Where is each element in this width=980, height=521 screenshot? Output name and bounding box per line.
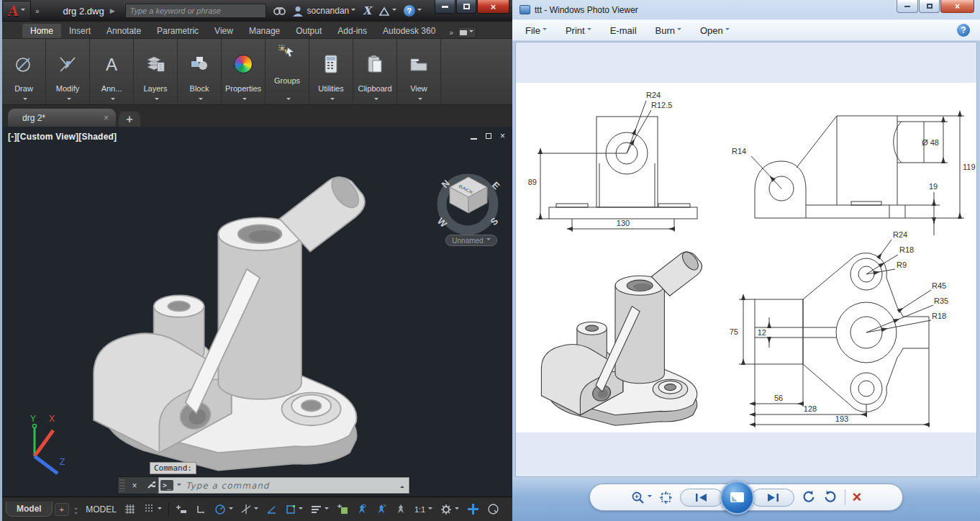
tab-close-icon[interactable]: × xyxy=(104,113,109,123)
chevron-down-icon[interactable] xyxy=(455,507,459,512)
snap-mode-toggle[interactable] xyxy=(141,501,165,518)
hardware-acceleration-plus-icon[interactable] xyxy=(464,501,482,518)
panel-layers[interactable]: Layers xyxy=(134,39,178,104)
model-viewport[interactable]: [-][Custom View][Shaded] × N E S W BACK … xyxy=(2,127,512,497)
ribbon-tab-manage[interactable]: Manage xyxy=(241,24,288,38)
chevron-down-icon[interactable] xyxy=(299,507,303,512)
command-prompt-icon[interactable]: >_ xyxy=(160,480,173,491)
quick-access-expand-icon[interactable]: » xyxy=(35,7,39,15)
ribbon-tab-output[interactable]: Output xyxy=(288,24,330,38)
panel-expand[interactable] xyxy=(178,95,221,104)
new-layout-button[interactable]: + xyxy=(55,503,69,516)
help-icon[interactable]: ? xyxy=(404,5,415,17)
ribbon-tab-view[interactable]: View xyxy=(207,24,241,38)
new-tab-button[interactable]: + xyxy=(119,112,140,127)
maximize-button[interactable] xyxy=(456,0,476,14)
panel-expand[interactable] xyxy=(2,95,45,104)
command-close-icon[interactable]: × xyxy=(127,477,142,494)
menu-email[interactable]: E-mail xyxy=(610,25,637,36)
viewport-restore-icon[interactable] xyxy=(486,133,491,139)
autodesk-360-icon[interactable] xyxy=(378,6,390,16)
ribbon-tab-insert[interactable]: Insert xyxy=(61,24,99,38)
ribbon-tab-parametric[interactable]: Parametric xyxy=(149,24,207,38)
command-history-expand[interactable] xyxy=(396,484,409,488)
panel-expand[interactable] xyxy=(90,95,133,104)
ribbon-display-button[interactable] xyxy=(458,27,476,38)
panel-block[interactable]: Block xyxy=(178,39,222,104)
annotation-visibility-toggle[interactable] xyxy=(353,501,371,518)
document-tab[interactable]: drg 2* × xyxy=(8,109,116,127)
close-button[interactable]: × xyxy=(477,0,509,14)
command-wrench-icon[interactable] xyxy=(142,477,158,494)
panel-expand[interactable] xyxy=(353,95,396,104)
menu-open[interactable]: Open xyxy=(700,25,730,36)
panel-modify[interactable]: Modify xyxy=(46,39,90,104)
panel-expand[interactable] xyxy=(309,95,353,104)
menu-print[interactable]: Print xyxy=(566,25,591,36)
signed-in-user[interactable]: socnandan xyxy=(307,6,350,16)
dynamic-input-toggle[interactable] xyxy=(173,501,190,518)
panel-groups[interactable]: Groups xyxy=(266,39,309,104)
chevron-down-icon[interactable] xyxy=(351,9,355,13)
ribbon-tab-home[interactable]: Home xyxy=(22,24,61,38)
chevron-down-icon[interactable] xyxy=(158,507,162,512)
play-slideshow-button[interactable] xyxy=(720,481,754,515)
polar-tracking-toggle[interactable] xyxy=(212,501,236,518)
panel-clipboard[interactable]: Clipboard xyxy=(353,39,397,104)
annotation-scale-value[interactable]: 1:1 xyxy=(414,505,425,514)
minimize-button[interactable] xyxy=(897,0,918,13)
workspace-switching-gear-icon[interactable] xyxy=(437,501,462,518)
command-grip-handle[interactable] xyxy=(119,479,125,491)
ucs-icon[interactable]: Y X Z xyxy=(20,413,89,481)
title-arrow-icon[interactable]: ▶ xyxy=(110,7,115,14)
panel-expand[interactable] xyxy=(46,95,89,104)
isolate-objects-icon[interactable] xyxy=(484,501,502,518)
panel-view[interactable]: View xyxy=(397,39,441,104)
actual-size-button[interactable] xyxy=(659,491,673,504)
next-button[interactable] xyxy=(751,489,794,507)
tab-overflow-icon[interactable]: » xyxy=(449,29,453,37)
panel-utilities[interactable]: Utilities xyxy=(309,39,353,104)
viewport-minimize-icon[interactable] xyxy=(471,138,477,140)
transparency-toggle[interactable] xyxy=(334,501,351,518)
help-icon[interactable]: ? xyxy=(957,24,970,37)
chevron-down-icon[interactable] xyxy=(325,507,329,512)
ortho-mode-toggle[interactable] xyxy=(192,501,209,518)
chevron-down-icon[interactable] xyxy=(428,507,432,512)
panel-draw[interactable]: Draw xyxy=(2,39,46,104)
rotate-counterclockwise-button[interactable] xyxy=(802,490,816,504)
panel-properties[interactable]: Properties xyxy=(222,39,266,104)
autocad-app-menu-button[interactable]: A xyxy=(2,1,31,22)
search-binoculars-icon[interactable] xyxy=(273,6,286,16)
menu-file[interactable]: File xyxy=(525,25,547,36)
viewport-controls-label[interactable]: [-][Custom View][Shaded] xyxy=(8,132,117,142)
exchange-apps-icon[interactable]: X xyxy=(363,4,371,17)
autoscale-toggle[interactable] xyxy=(373,501,390,518)
zoom-button[interactable] xyxy=(631,491,652,504)
maximize-button[interactable] xyxy=(919,0,940,13)
panel-expand[interactable] xyxy=(222,95,265,104)
panel-annotation[interactable]: A Ann... xyxy=(90,39,134,104)
command-input[interactable] xyxy=(181,481,396,491)
object-snap-tracking-toggle[interactable] xyxy=(263,501,281,518)
menu-burn[interactable]: Burn xyxy=(655,25,681,36)
ribbon-tab-annotate[interactable]: Annotate xyxy=(99,24,149,38)
rotate-clockwise-button[interactable] xyxy=(823,490,838,504)
panel-expand[interactable] xyxy=(134,95,177,104)
chevron-down-icon[interactable] xyxy=(254,507,258,512)
named-view-dropdown[interactable]: Unnamed xyxy=(445,235,497,246)
model-layout-tab[interactable]: Model xyxy=(6,502,53,517)
user-icon[interactable] xyxy=(293,6,303,17)
panel-expand[interactable] xyxy=(266,95,309,104)
ribbon-tab-autodesk360[interactable]: Autodesk 360 xyxy=(375,24,443,38)
object-snap-toggle[interactable] xyxy=(283,501,306,518)
minimize-button[interactable] xyxy=(435,0,455,14)
chevron-down-icon[interactable] xyxy=(417,9,422,13)
chevron-down-icon[interactable] xyxy=(392,9,396,13)
lineweight-toggle[interactable] xyxy=(308,501,332,518)
ribbon-tab-addins[interactable]: Add-ins xyxy=(330,24,375,38)
isometric-drafting-toggle[interactable] xyxy=(238,501,261,518)
annotation-scale-icon[interactable] xyxy=(392,501,409,518)
grid-display-toggle[interactable] xyxy=(122,501,139,518)
chevron-down-icon[interactable] xyxy=(229,507,233,512)
